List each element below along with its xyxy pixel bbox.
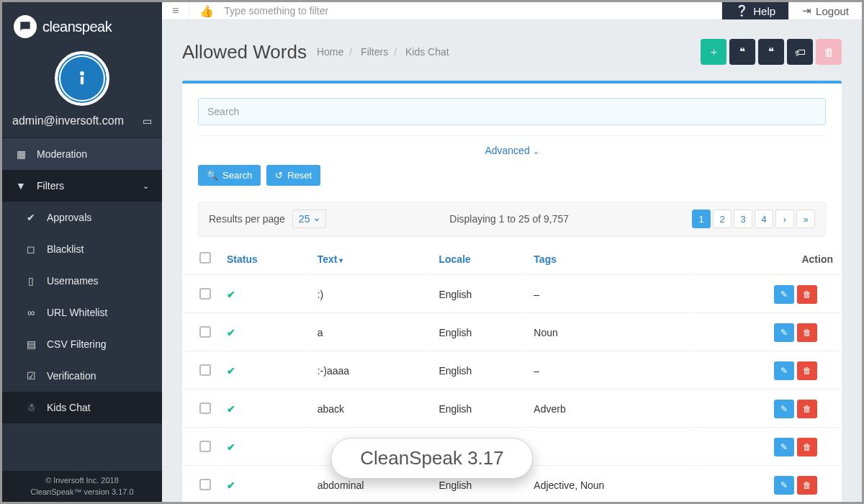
page-last[interactable]: »: [796, 210, 815, 228]
help-button[interactable]: ❔ Help: [721, 2, 788, 19]
nav-usernames[interactable]: ▯ Usernames: [2, 265, 162, 297]
pencil-icon: ✎: [780, 404, 788, 414]
page-title: Allowed Words: [182, 41, 307, 63]
add-button[interactable]: ＋: [701, 39, 726, 65]
collapse-sidebar-icon[interactable]: ≡: [172, 4, 179, 17]
row-checkbox[interactable]: [199, 402, 211, 414]
cell-tags: [526, 429, 694, 466]
delete-button[interactable]: 🗑: [797, 438, 817, 456]
status-ok-icon: ✔: [227, 327, 235, 338]
delete-button[interactable]: 🗑: [797, 285, 817, 304]
id-card-icon[interactable]: ▭: [143, 115, 152, 127]
nav-csv-filtering[interactable]: ▤ CSV Filtering: [2, 328, 162, 360]
nav-blacklist[interactable]: ◻ Blacklist: [2, 233, 162, 265]
page-4[interactable]: 4: [755, 210, 773, 228]
reset-button[interactable]: ↺ Reset: [266, 165, 320, 186]
edit-button[interactable]: ✎: [774, 400, 794, 418]
nav-verification[interactable]: ☑ Verification: [2, 360, 162, 392]
checkbox-icon: ☑: [25, 370, 37, 382]
chevron-right-icon: ›: [783, 214, 786, 225]
global-filter-input[interactable]: [224, 5, 711, 17]
pencil-icon: ✎: [780, 442, 788, 452]
pencil-icon: ✎: [780, 328, 788, 338]
edit-button[interactable]: ✎: [774, 285, 794, 304]
cell-tags: –: [526, 353, 694, 390]
users-icon: ☃: [25, 402, 37, 413]
pencil-icon: ✎: [780, 366, 788, 376]
col-tags[interactable]: Tags: [526, 243, 694, 275]
table-row: ✔:-)aaaaEnglish–✎🗑: [184, 353, 840, 390]
svg-rect-1: [81, 76, 84, 84]
row-checkbox[interactable]: [199, 288, 211, 300]
quote-right-button[interactable]: ❝: [758, 39, 784, 65]
check-icon: ✔: [25, 212, 37, 223]
quote-left-button[interactable]: ❝: [729, 39, 755, 65]
trash-icon: 🗑: [803, 442, 811, 452]
row-checkbox[interactable]: [199, 441, 211, 452]
select-all-checkbox[interactable]: [199, 252, 211, 264]
edit-button[interactable]: ✎: [774, 323, 794, 342]
bulk-delete-button[interactable]: 🗑: [816, 39, 842, 65]
nav-moderation[interactable]: ▦ Moderation: [2, 138, 162, 170]
quote-icon: ❝: [739, 45, 745, 58]
col-status[interactable]: Status: [220, 243, 309, 275]
device-icon: ▯: [25, 275, 37, 287]
quote-icon: ❝: [768, 45, 774, 58]
sort-asc-icon: ▾: [339, 256, 343, 264]
delete-button[interactable]: 🗑: [797, 476, 817, 495]
version-overlay-badge: CleanSpeak 3.17: [330, 438, 533, 479]
page-next[interactable]: ›: [775, 210, 794, 228]
delete-button[interactable]: 🗑: [797, 361, 817, 380]
edit-button[interactable]: ✎: [774, 476, 794, 495]
nav-approvals[interactable]: ✔ Approvals: [2, 202, 162, 233]
link-icon: ∞: [25, 307, 37, 318]
trash-icon: 🗑: [803, 328, 811, 338]
edit-button[interactable]: ✎: [774, 438, 794, 456]
filter-icon: ▼: [15, 180, 27, 192]
chevron-double-right-icon: »: [803, 214, 808, 225]
status-ok-icon: ✔: [227, 441, 235, 453]
results-bar: Results per page 25 Displaying 1 to 25 o…: [198, 202, 826, 236]
user-email: admin@inversoft.com: [12, 114, 124, 127]
search-button[interactable]: 🔍 Search: [198, 165, 261, 186]
nav-url-whitelist[interactable]: ∞ URL Whitelist: [2, 297, 162, 328]
page-2[interactable]: 2: [713, 210, 732, 228]
topbar: ≡ 👍 ❔ Help ⇥ Logout: [162, 2, 862, 20]
advanced-toggle[interactable]: Advanced ⌄: [198, 135, 826, 159]
row-checkbox[interactable]: [199, 479, 211, 490]
tag-button[interactable]: 🏷: [787, 39, 813, 65]
search-input[interactable]: [198, 98, 826, 125]
nav-filters[interactable]: ▼ Filters ⌄: [2, 170, 162, 202]
col-locale[interactable]: Locale: [431, 243, 525, 275]
pencil-icon: ✎: [780, 289, 788, 300]
plus-icon: ＋: [708, 45, 719, 59]
cell-locale: English: [431, 315, 525, 351]
logout-icon: ⇥: [802, 4, 811, 17]
delete-button[interactable]: 🗑: [797, 400, 817, 418]
delete-button[interactable]: 🗑: [797, 323, 817, 342]
thumbs-up-icon: 👍: [199, 4, 214, 18]
edit-button[interactable]: ✎: [774, 361, 794, 380]
svg-point-0: [80, 71, 84, 76]
square-icon: ◻: [25, 243, 37, 255]
row-checkbox[interactable]: [199, 326, 211, 338]
logout-button[interactable]: ⇥ Logout: [788, 2, 862, 19]
breadcrumb: Home/ Filters/ Kids Chat: [317, 46, 449, 58]
trash-icon: 🗑: [803, 366, 811, 376]
row-checkbox[interactable]: [199, 364, 211, 376]
sidebar: cleanspeak admin@inversoft.com ▭ ▦ Moder…: [2, 2, 162, 502]
col-text[interactable]: Text▾: [310, 243, 431, 275]
brand-logo: cleanspeak: [2, 2, 162, 45]
file-icon: ▤: [25, 338, 37, 350]
trash-icon: 🗑: [824, 46, 834, 58]
nav-kids-chat[interactable]: ☃ Kids Chat: [2, 392, 162, 423]
page-3[interactable]: 3: [734, 210, 752, 228]
trash-icon: 🗑: [803, 404, 811, 414]
nav: ▦ Moderation ▼ Filters ⌄ ✔ Approvals ◻ B…: [2, 138, 162, 471]
page-1[interactable]: 1: [692, 210, 711, 228]
search-icon: 🔍: [207, 170, 218, 181]
cell-text: aback: [310, 391, 431, 428]
avatar: [2, 45, 162, 109]
rpp-select[interactable]: 25: [292, 210, 327, 228]
cell-text: :-)aaaa: [310, 353, 431, 390]
